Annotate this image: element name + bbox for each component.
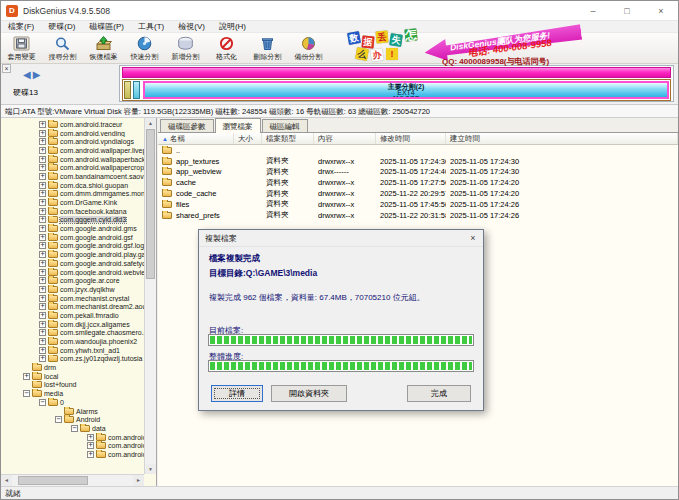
- tree-item[interactable]: −0: [1, 398, 144, 407]
- table-row[interactable]: files資料夾drwxrwx--x2025-11-05 17:45:50202…: [158, 199, 678, 210]
- expand-icon[interactable]: +: [39, 216, 46, 223]
- tree-item[interactable]: +com.android.traceur: [1, 120, 144, 129]
- tree-item[interactable]: +com.smilegate.chaosmero.stove.g: [1, 329, 144, 338]
- toolbar-backup-partition-button[interactable]: 備份分割: [288, 33, 329, 63]
- tree-horizontal-scrollbar[interactable]: ◄ ►: [1, 474, 144, 486]
- partition-block-main[interactable]: 主要分割(2) EXT4 119.2GB: [143, 81, 669, 99]
- partition-sliver[interactable]: [124, 81, 131, 99]
- expand-icon[interactable]: +: [39, 251, 46, 258]
- expand-icon[interactable]: +: [39, 295, 46, 302]
- menu-item[interactable]: 磁碟區(P): [82, 21, 131, 32]
- tree-item[interactable]: +com.dkjj.jccx.aligames: [1, 320, 144, 329]
- expand-icon[interactable]: +: [39, 225, 46, 232]
- disk-bar[interactable]: [122, 67, 671, 78]
- column-header[interactable]: 內容: [314, 133, 376, 144]
- expand-icon[interactable]: +: [39, 286, 46, 293]
- tree-item[interactable]: +com.mechanist.dream2.aoc: [1, 302, 144, 311]
- tree-item[interactable]: +com.google.android.webview: [1, 268, 144, 277]
- toolbar-recover-files-button[interactable]: 恢復檔案: [83, 33, 124, 63]
- column-header[interactable]: 大小: [234, 133, 262, 144]
- scroll-left-icon[interactable]: ◄: [1, 475, 12, 486]
- expand-icon[interactable]: +: [39, 138, 46, 145]
- collapse-icon[interactable]: −: [71, 425, 78, 432]
- table-row[interactable]: code_cache資料夾drwxrwx--x2025-11-22 20:29:…: [158, 188, 678, 199]
- tree-item[interactable]: +com.mechanist.crystal: [1, 294, 144, 303]
- menu-item[interactable]: 檢視(V): [171, 21, 212, 32]
- tree-item[interactable]: −Android: [1, 415, 144, 424]
- close-button[interactable]: ×: [644, 1, 678, 20]
- table-row[interactable]: app_webview資料夾drwx------2025-11-05 17:24…: [158, 167, 678, 178]
- tree-item[interactable]: +com.dmm.dmmgames.monstern: [1, 190, 144, 199]
- expand-icon[interactable]: +: [39, 355, 46, 362]
- panel-close-button[interactable]: ×: [2, 64, 11, 73]
- open-folder-button[interactable]: 開啟資料夾: [271, 385, 347, 402]
- column-header[interactable]: ▲名稱: [158, 133, 234, 144]
- tree-item[interactable]: +com.android.vpndialogs: [1, 137, 144, 146]
- table-row[interactable]: ..: [158, 145, 678, 156]
- expand-icon[interactable]: +: [87, 442, 94, 449]
- tree-item[interactable]: +com.facebook.katana: [1, 207, 144, 216]
- details-button[interactable]: 詳情: [211, 385, 263, 402]
- expand-icon[interactable]: +: [39, 234, 46, 241]
- expand-icon[interactable]: +: [87, 451, 94, 458]
- column-header[interactable]: 修改時間: [376, 133, 446, 144]
- tree-item[interactable]: +com.wandoujia.phoenix2: [1, 337, 144, 346]
- menu-item[interactable]: 說明(H): [212, 21, 253, 32]
- toolbar-delete-partition-button[interactable]: 刪除分割: [247, 33, 288, 63]
- expand-icon[interactable]: +: [39, 269, 46, 276]
- tree-item[interactable]: +com.android.vendin: [1, 450, 144, 459]
- collapse-icon[interactable]: −: [23, 390, 30, 397]
- scrollbar-thumb[interactable]: [146, 129, 155, 279]
- toolbar-format-button[interactable]: 格式化: [206, 33, 247, 63]
- tree-item[interactable]: +local: [1, 372, 144, 381]
- tab-browse-files[interactable]: 瀏覽檔案: [215, 118, 261, 133]
- partition-sliver[interactable]: [133, 81, 140, 99]
- tree-item[interactable]: +com.gggem.cyld.dld3: [1, 216, 144, 225]
- next-disk-icon[interactable]: ▶: [33, 69, 43, 80]
- table-row[interactable]: shared_prefs資料夾drwxrwx--x2025-11-22 20:3…: [158, 210, 678, 221]
- expand-icon[interactable]: +: [39, 182, 46, 189]
- tree-item[interactable]: +com.android.wallpapercropper: [1, 163, 144, 172]
- expand-icon[interactable]: +: [39, 156, 46, 163]
- expand-icon[interactable]: +: [87, 434, 94, 441]
- tree-item[interactable]: lost+found: [1, 381, 144, 390]
- expand-icon[interactable]: +: [39, 303, 46, 310]
- tree-item[interactable]: +com.google.android.gms: [1, 224, 144, 233]
- expand-icon[interactable]: +: [23, 373, 30, 380]
- menu-item[interactable]: 硬碟(D): [41, 21, 82, 32]
- expand-icon[interactable]: +: [39, 121, 46, 128]
- expand-icon[interactable]: +: [39, 329, 46, 336]
- scrollbar-thumb[interactable]: [18, 476, 88, 485]
- tree-item[interactable]: +com.dca.shioi.guopan: [1, 181, 144, 190]
- tree-item[interactable]: +com.bandainamcoent.saovs: [1, 172, 144, 181]
- toolbar-new-partition-button[interactable]: 新增分割: [165, 33, 206, 63]
- tree-item[interactable]: +com.google.android.play.games: [1, 250, 144, 259]
- menu-item[interactable]: 工具(T): [131, 21, 171, 32]
- minimize-button[interactable]: –: [576, 1, 610, 20]
- expand-icon[interactable]: +: [39, 190, 46, 197]
- expand-icon[interactable]: +: [39, 242, 46, 249]
- maximize-button[interactable]: □: [610, 1, 644, 20]
- expand-icon[interactable]: +: [39, 173, 46, 180]
- tree-item[interactable]: +com.google.android.gsf.login: [1, 242, 144, 251]
- tree-item[interactable]: +com.android.vending: [1, 129, 144, 138]
- expand-icon[interactable]: +: [39, 164, 46, 171]
- column-header[interactable]: 建立時間: [446, 133, 678, 144]
- finish-button[interactable]: 完成: [407, 385, 471, 402]
- expand-icon[interactable]: +: [39, 147, 46, 154]
- tree-item[interactable]: −media: [1, 389, 144, 398]
- expand-icon[interactable]: +: [39, 130, 46, 137]
- scrollbar-track[interactable]: [12, 475, 133, 486]
- expand-icon[interactable]: +: [39, 208, 46, 215]
- tree-item[interactable]: +com.android.launch: [1, 441, 144, 450]
- expand-icon[interactable]: +: [39, 312, 46, 319]
- tree-item[interactable]: +com.jzyx.dyqlkhw: [1, 285, 144, 294]
- collapse-icon[interactable]: −: [39, 399, 46, 406]
- tree-item[interactable]: +com.pekall.fmradio: [1, 311, 144, 320]
- tab-sector-edit[interactable]: 磁區編輯: [262, 119, 308, 132]
- expand-icon[interactable]: +: [39, 277, 46, 284]
- tree-item[interactable]: +com.zs.jy01zqdwzlj.tutosia: [1, 355, 144, 364]
- tree-item[interactable]: +com.android.brows: [1, 433, 144, 442]
- expand-icon[interactable]: +: [39, 338, 46, 345]
- scroll-up-icon[interactable]: ▲: [145, 118, 156, 128]
